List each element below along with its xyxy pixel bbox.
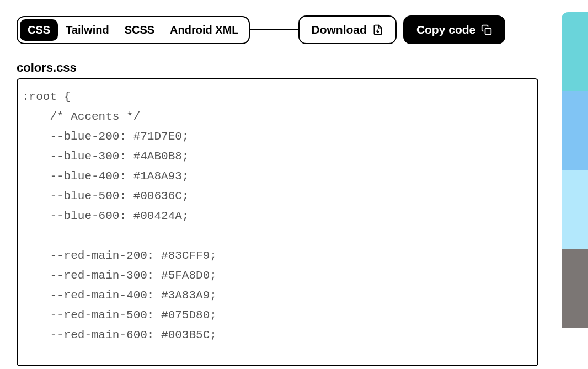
- tab-android-xml[interactable]: Android XML: [162, 19, 246, 41]
- toolbar: CSS Tailwind SCSS Android XML Download: [17, 15, 538, 44]
- download-icon: [372, 24, 383, 35]
- download-label: Download: [312, 23, 367, 36]
- connector-line: [250, 29, 298, 30]
- action-buttons: Download Copy code: [298, 15, 506, 44]
- tab-css[interactable]: CSS: [20, 19, 58, 41]
- swatch-3[interactable]: [562, 170, 588, 249]
- swatch-2[interactable]: [562, 91, 588, 170]
- main-area: CSS Tailwind SCSS Android XML Download: [0, 0, 555, 369]
- tab-scss[interactable]: SCSS: [117, 19, 162, 41]
- copy-icon: [481, 24, 492, 35]
- format-tab-group: CSS Tailwind SCSS Android XML: [17, 16, 250, 44]
- code-content: :root { /* Accents */ --blue-200: #71D7E…: [18, 79, 537, 366]
- svg-rect-1: [485, 29, 491, 35]
- copy-label: Copy code: [416, 23, 475, 36]
- download-button[interactable]: Download: [298, 15, 397, 44]
- swatch-4[interactable]: [562, 249, 588, 328]
- filename-label: colors.css: [17, 61, 538, 75]
- code-viewer[interactable]: :root { /* Accents */ --blue-200: #71D7E…: [17, 78, 538, 366]
- color-swatch-column: [562, 12, 588, 328]
- tab-tailwind[interactable]: Tailwind: [58, 19, 117, 41]
- copy-code-button[interactable]: Copy code: [403, 15, 505, 44]
- swatch-1[interactable]: [562, 12, 588, 91]
